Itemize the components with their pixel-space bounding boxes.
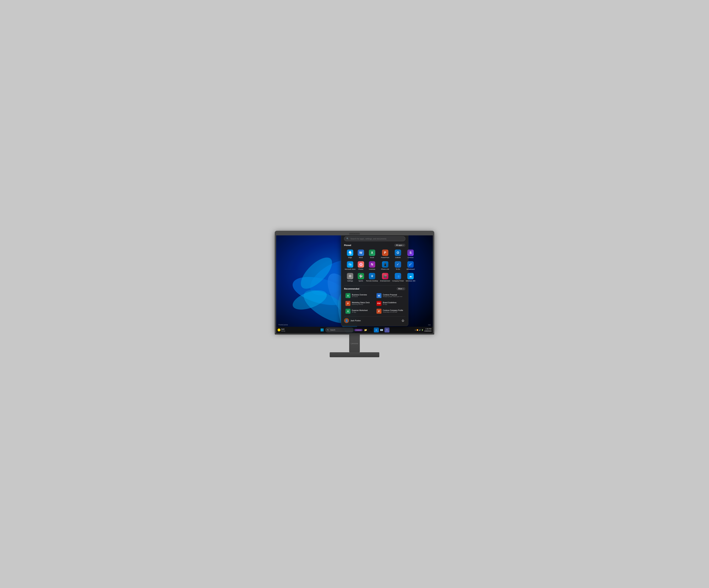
monitor-bottom-bezel (275, 333, 434, 335)
rec-marketing-status[interactable]: P Marketing Status Deck Marketing Weekly (344, 300, 374, 307)
phonelink-label: Phone Link (381, 268, 389, 270)
taskbar-icon-edge[interactable]: e (374, 328, 379, 332)
word-label: Word (359, 257, 363, 258)
weather-sun-icon (278, 329, 281, 331)
marketing-status-text: Marketing Status Deck Marketing Weekly (352, 302, 373, 305)
powerpoint-label: PowerPoint (381, 257, 389, 258)
app-settings[interactable]: ⚙ Settings (344, 272, 356, 283)
remotedesktop-label: Remote Desktop (366, 280, 378, 282)
power-button[interactable]: ⏻ (400, 318, 405, 323)
rec-brand-guidelines[interactable]: PDF Brand Guidelines 2h ago (375, 300, 405, 307)
app-todo[interactable]: ✓ To Do (392, 260, 404, 271)
user-info[interactable]: 👤 Jack Purton (344, 318, 361, 323)
app-phonelink[interactable]: 📱 Phone Link (379, 260, 391, 271)
clock[interactable]: 2:30 PM 2/28/2023 (424, 328, 431, 332)
app-edge[interactable]: Edge (344, 249, 356, 259)
entertainment-icon: 🎬 (382, 273, 388, 279)
clock-date: 2/28/2023 (424, 330, 431, 332)
excel-icon: X (369, 250, 375, 256)
weather-text: 71°F Sunny (281, 328, 285, 332)
store-label: Microsoft Store (345, 268, 356, 270)
app-companyportal[interactable]: 👥 Company Portal (392, 272, 404, 283)
photos-label: Photos (359, 268, 363, 270)
chevron-up-icon[interactable]: ∧ (415, 329, 416, 331)
start-menu-search[interactable]: 🔍 (344, 236, 405, 241)
expense-worksheet-icon: X (345, 309, 350, 314)
clock-time: 2:30 PM (424, 328, 431, 330)
app-entertainment[interactable]: 🎬 Entertainment (379, 272, 391, 283)
photos-icon: 🌸 (358, 261, 364, 268)
business-overview-text: Business Overview All Hands (352, 294, 373, 297)
recommended-grid: X Business Overview All Hands W Contoso … (344, 292, 405, 315)
taskbar-icon-store[interactable]: 🛍 (368, 328, 373, 332)
screen: 🔍 Pinned All apps › (276, 235, 433, 333)
monitor-frame: 🔍 Pinned All apps › (275, 231, 434, 333)
recommended-label: Recommended (344, 288, 359, 290)
taskbar-icon-teams[interactable]: T (385, 328, 389, 332)
app-remotedesktop[interactable]: 🖥 Remote Desktop (366, 272, 379, 283)
rec-business-overview[interactable]: X Business Overview All Hands (344, 292, 374, 299)
all-apps-button[interactable]: All apps › (394, 244, 405, 247)
pinned-label: Pinned (344, 244, 351, 247)
windows365-label: Windows 365 (406, 280, 415, 282)
business-overview-icon: X (345, 293, 350, 298)
rec-contoso-proposal[interactable]: W Contoso Proposal Multiple people edite… (375, 292, 405, 299)
rec-contoso-profile[interactable]: P Contoso Company Profile Yesterday at 1… (375, 308, 405, 315)
app-contoso[interactable]: S Contoso (405, 249, 416, 259)
camera-bump (349, 233, 360, 235)
excel-label: Excel (370, 257, 374, 258)
start-button[interactable] (320, 328, 324, 332)
contoso-profile-text: Contoso Company Profile Yesterday at 10:… (383, 309, 404, 313)
app-whiteboard[interactable]: 🖊 Whiteboard (405, 260, 416, 271)
windows-logo-icon (321, 329, 323, 331)
camera-lens (354, 233, 355, 234)
taskbar-search[interactable]: 🔍 Search (325, 328, 353, 332)
brand-guidelines-text: Brand Guidelines 2h ago (383, 302, 404, 305)
contoso-proposal-text: Contoso Proposal Multiple people edited … (383, 294, 404, 297)
search-icon-taskbar: 🔍 (327, 329, 329, 331)
app-windows365[interactable]: ☁ Windows 365 (405, 272, 416, 283)
remotedesktop-icon: 🖥 (369, 273, 375, 279)
taskbar-right: ∧ 📶 🔊 🔋 2:30 PM 2/28/2023 (415, 328, 431, 332)
onenote-icon: N (369, 261, 375, 268)
app-onenote[interactable]: N OneNote (366, 260, 379, 271)
more-button[interactable]: More › (396, 287, 405, 290)
entertainment-label: Entertainment (380, 280, 390, 282)
search-input[interactable] (350, 238, 403, 240)
sports-label: Sports (359, 280, 363, 282)
sports-icon: ⚽ (358, 273, 364, 279)
battery-icon: 🔋 (421, 329, 423, 331)
recommended-section-header: Recommended More › (344, 287, 405, 290)
app-photos[interactable]: 🌸 Photos (357, 260, 365, 271)
expense-worksheet-text: Expense Worksheet 4h ago (352, 309, 373, 313)
pinned-section-header: Pinned All apps › (344, 244, 405, 247)
outlook-label: Outlook (395, 257, 400, 258)
phonelink-icon: 📱 (382, 261, 388, 268)
user-name: Jack Purton (350, 319, 361, 321)
taskbar-icon-outlook[interactable]: 📧 (379, 328, 384, 332)
companyportal-icon: 👥 (395, 273, 401, 279)
brand-guidelines-icon: PDF (376, 301, 382, 306)
marketing-status-icon: P (345, 301, 350, 306)
settings-label: Settings (347, 280, 353, 282)
edge-icon (347, 250, 353, 256)
onenote-label: OneNote (369, 268, 375, 270)
contoso-taskbar-button[interactable]: Contoso (354, 329, 363, 331)
contoso-label: Contoso (408, 257, 414, 258)
rec-expense-worksheet[interactable]: X Expense Worksheet 4h ago (344, 308, 374, 315)
taskbar-center: 🔍 Search Contoso 📁 🛍 e 📧 T (320, 328, 389, 332)
app-store[interactable]: 🛍 Microsoft Store (344, 260, 356, 271)
app-word[interactable]: W Word (357, 249, 365, 259)
wifi-icon: 📶 (417, 329, 418, 331)
todo-label: To Do (396, 268, 400, 270)
user-bar: 👤 Jack Purton ⏻ (344, 316, 405, 323)
app-sports[interactable]: ⚽ Sports (357, 272, 365, 283)
stand-neck: Lenovo (349, 335, 360, 352)
app-outlook[interactable]: O Outlook (392, 249, 404, 259)
store-icon: 🛍 (347, 261, 353, 268)
app-excel[interactable]: X Excel (366, 249, 379, 259)
app-powerpoint[interactable]: P PowerPoint (379, 249, 391, 259)
weather-widget[interactable]: 71°F Sunny (278, 328, 285, 332)
taskbar-icon-files[interactable]: 📁 (363, 328, 368, 332)
avatar: 👤 (344, 318, 349, 323)
